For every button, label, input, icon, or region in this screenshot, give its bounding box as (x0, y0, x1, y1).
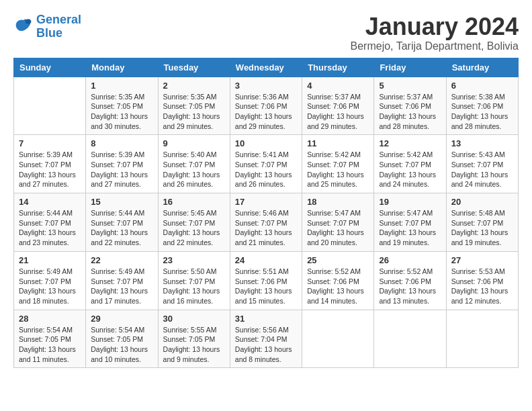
week-row-2: 7Sunrise: 5:39 AMSunset: 7:07 PMDaylight… (14, 135, 519, 193)
day-number: 31 (235, 314, 297, 324)
day-info: Sunrise: 5:54 AMSunset: 7:05 PMDaylight:… (91, 325, 152, 365)
day-number: 30 (163, 314, 225, 324)
weekday-wednesday: Wednesday (230, 58, 302, 77)
day-info: Sunrise: 5:39 AMSunset: 7:07 PMDaylight:… (91, 150, 152, 189)
day-info: Sunrise: 5:35 AMSunset: 7:05 PMDaylight:… (91, 92, 152, 132)
day-number: 7 (19, 138, 81, 148)
calendar-cell: 6Sunrise: 5:38 AMSunset: 7:06 PMDaylight… (446, 77, 518, 135)
day-number: 12 (379, 138, 441, 148)
day-number: 3 (235, 81, 297, 91)
week-row-1: 1Sunrise: 5:35 AMSunset: 7:05 PMDaylight… (14, 77, 519, 135)
calendar-table: SundayMondayTuesdayWednesdayThursdayFrid… (13, 58, 519, 369)
calendar-cell: 22Sunrise: 5:49 AMSunset: 7:07 PMDayligh… (86, 251, 158, 310)
day-info: Sunrise: 5:41 AMSunset: 7:07 PMDaylight:… (235, 150, 297, 189)
day-info: Sunrise: 5:47 AMSunset: 7:07 PMDaylight:… (379, 208, 441, 248)
calendar-cell: 1Sunrise: 5:35 AMSunset: 7:05 PMDaylight… (86, 77, 158, 135)
day-number: 8 (91, 138, 152, 148)
calendar-cell: 7Sunrise: 5:39 AMSunset: 7:07 PMDaylight… (14, 135, 86, 193)
page-header: GeneralBlue January 2024 Bermejo, Tarija… (13, 13, 519, 52)
calendar-body: 1Sunrise: 5:35 AMSunset: 7:05 PMDaylight… (14, 77, 519, 368)
logo-bird-icon (13, 17, 34, 36)
day-info: Sunrise: 5:46 AMSunset: 7:07 PMDaylight:… (235, 208, 297, 248)
day-info: Sunrise: 5:52 AMSunset: 7:06 PMDaylight:… (307, 267, 369, 306)
day-number: 17 (235, 197, 297, 207)
weekday-monday: Monday (86, 58, 158, 77)
weekday-saturday: Saturday (446, 58, 518, 77)
day-number: 2 (163, 81, 225, 91)
day-info: Sunrise: 5:42 AMSunset: 7:07 PMDaylight:… (379, 150, 441, 189)
day-number: 9 (163, 138, 225, 148)
day-number: 1 (91, 81, 152, 91)
day-info: Sunrise: 5:54 AMSunset: 7:05 PMDaylight:… (19, 325, 81, 365)
day-number: 6 (451, 81, 513, 91)
calendar-cell: 8Sunrise: 5:39 AMSunset: 7:07 PMDaylight… (86, 135, 158, 193)
day-info: Sunrise: 5:52 AMSunset: 7:06 PMDaylight:… (379, 267, 441, 306)
day-info: Sunrise: 5:45 AMSunset: 7:07 PMDaylight:… (163, 208, 225, 248)
calendar-cell: 4Sunrise: 5:37 AMSunset: 7:06 PMDaylight… (302, 77, 374, 135)
calendar-cell: 3Sunrise: 5:36 AMSunset: 7:06 PMDaylight… (230, 77, 302, 135)
calendar-cell: 2Sunrise: 5:35 AMSunset: 7:05 PMDaylight… (158, 77, 230, 135)
calendar-cell: 30Sunrise: 5:55 AMSunset: 7:05 PMDayligh… (158, 310, 230, 368)
week-row-3: 14Sunrise: 5:44 AMSunset: 7:07 PMDayligh… (14, 193, 519, 252)
calendar-cell: 20Sunrise: 5:48 AMSunset: 7:07 PMDayligh… (446, 193, 518, 252)
calendar-cell (14, 77, 86, 135)
calendar-cell: 21Sunrise: 5:49 AMSunset: 7:07 PMDayligh… (14, 251, 86, 310)
day-number: 21 (19, 255, 81, 265)
calendar-subtitle: Bermejo, Tarija Department, Bolivia (351, 40, 519, 52)
calendar-cell: 19Sunrise: 5:47 AMSunset: 7:07 PMDayligh… (374, 193, 446, 252)
day-number: 20 (451, 197, 513, 207)
calendar-cell: 31Sunrise: 5:56 AMSunset: 7:04 PMDayligh… (230, 310, 302, 368)
day-info: Sunrise: 5:53 AMSunset: 7:06 PMDaylight:… (451, 267, 513, 306)
logo-text: GeneralBlue (36, 13, 81, 40)
day-info: Sunrise: 5:37 AMSunset: 7:06 PMDaylight:… (307, 92, 369, 132)
day-number: 25 (307, 255, 369, 265)
day-info: Sunrise: 5:43 AMSunset: 7:07 PMDaylight:… (451, 150, 513, 189)
day-info: Sunrise: 5:50 AMSunset: 7:07 PMDaylight:… (163, 267, 225, 306)
day-info: Sunrise: 5:51 AMSunset: 7:06 PMDaylight:… (235, 267, 297, 306)
weekday-friday: Friday (374, 58, 446, 77)
day-number: 15 (91, 197, 152, 207)
calendar-cell: 13Sunrise: 5:43 AMSunset: 7:07 PMDayligh… (446, 135, 518, 193)
logo: GeneralBlue (13, 13, 81, 40)
day-info: Sunrise: 5:39 AMSunset: 7:07 PMDaylight:… (19, 150, 81, 189)
day-number: 28 (19, 314, 81, 324)
calendar-cell: 25Sunrise: 5:52 AMSunset: 7:06 PMDayligh… (302, 251, 374, 310)
calendar-cell: 10Sunrise: 5:41 AMSunset: 7:07 PMDayligh… (230, 135, 302, 193)
day-number: 26 (379, 255, 441, 265)
day-info: Sunrise: 5:37 AMSunset: 7:06 PMDaylight:… (379, 92, 441, 132)
day-info: Sunrise: 5:48 AMSunset: 7:07 PMDaylight:… (451, 208, 513, 248)
calendar-cell: 14Sunrise: 5:44 AMSunset: 7:07 PMDayligh… (14, 193, 86, 252)
calendar-cell: 9Sunrise: 5:40 AMSunset: 7:07 PMDaylight… (158, 135, 230, 193)
calendar-cell: 18Sunrise: 5:47 AMSunset: 7:07 PMDayligh… (302, 193, 374, 252)
day-info: Sunrise: 5:49 AMSunset: 7:07 PMDaylight:… (91, 267, 152, 306)
calendar-title: January 2024 (351, 13, 519, 40)
calendar-cell: 5Sunrise: 5:37 AMSunset: 7:06 PMDaylight… (374, 77, 446, 135)
day-number: 19 (379, 197, 441, 207)
day-info: Sunrise: 5:55 AMSunset: 7:05 PMDaylight:… (163, 325, 225, 365)
day-info: Sunrise: 5:40 AMSunset: 7:07 PMDaylight:… (163, 150, 225, 189)
day-number: 5 (379, 81, 441, 91)
weekday-thursday: Thursday (302, 58, 374, 77)
day-info: Sunrise: 5:56 AMSunset: 7:04 PMDaylight:… (235, 325, 297, 365)
title-block: January 2024 Bermejo, Tarija Department,… (351, 13, 519, 52)
day-info: Sunrise: 5:44 AMSunset: 7:07 PMDaylight:… (91, 208, 152, 248)
calendar-cell: 27Sunrise: 5:53 AMSunset: 7:06 PMDayligh… (446, 251, 518, 310)
week-row-4: 21Sunrise: 5:49 AMSunset: 7:07 PMDayligh… (14, 251, 519, 310)
day-number: 22 (91, 255, 152, 265)
day-number: 24 (235, 255, 297, 265)
calendar-cell (374, 310, 446, 368)
day-number: 29 (91, 314, 152, 324)
day-info: Sunrise: 5:36 AMSunset: 7:06 PMDaylight:… (235, 92, 297, 132)
day-number: 13 (451, 138, 513, 148)
calendar-cell: 11Sunrise: 5:42 AMSunset: 7:07 PMDayligh… (302, 135, 374, 193)
day-number: 10 (235, 138, 297, 148)
calendar-cell: 17Sunrise: 5:46 AMSunset: 7:07 PMDayligh… (230, 193, 302, 252)
day-number: 16 (163, 197, 225, 207)
calendar-cell (446, 310, 518, 368)
calendar-cell: 12Sunrise: 5:42 AMSunset: 7:07 PMDayligh… (374, 135, 446, 193)
day-info: Sunrise: 5:44 AMSunset: 7:07 PMDaylight:… (19, 208, 81, 248)
calendar-cell: 26Sunrise: 5:52 AMSunset: 7:06 PMDayligh… (374, 251, 446, 310)
weekday-tuesday: Tuesday (158, 58, 230, 77)
day-number: 11 (307, 138, 369, 148)
week-row-5: 28Sunrise: 5:54 AMSunset: 7:05 PMDayligh… (14, 310, 519, 368)
